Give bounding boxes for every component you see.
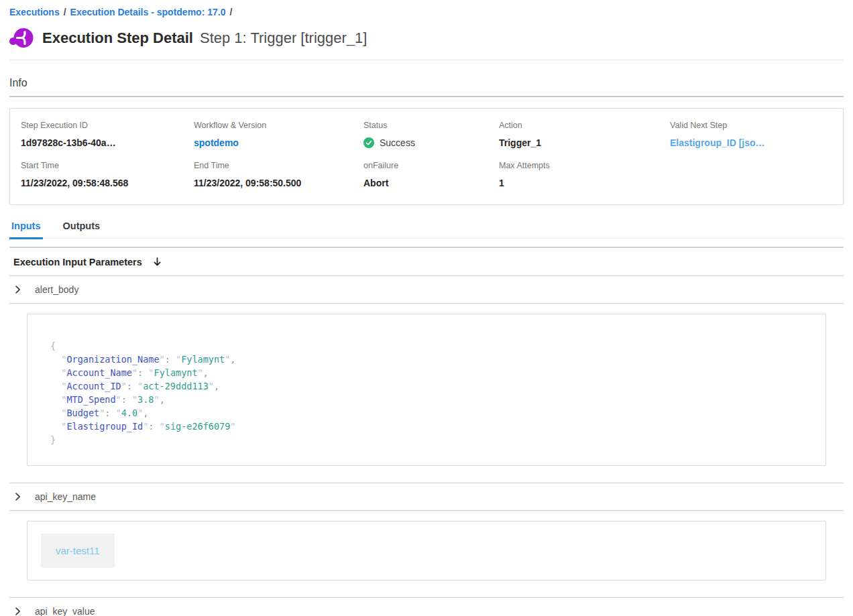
page-header: Execution Step Detail Step 1: Trigger [t… <box>9 27 844 50</box>
param-section-content: var-test11 <box>9 511 844 597</box>
breadcrumb-link-1[interactable]: Executions <box>9 7 60 17</box>
info-field-label: Valid Next Step <box>670 121 832 131</box>
param-section-name: api_key_value <box>35 606 95 616</box>
param-section-name: api_key_name <box>35 491 96 502</box>
info-field-value: 11/23/2022, 09:58:50.500 <box>194 177 363 189</box>
info-field-value: Abort <box>363 177 499 189</box>
json-viewer: { "Organization_Name": "Fylamynt", "Acco… <box>50 339 803 446</box>
tab-outputs[interactable]: Outputs <box>61 219 103 239</box>
info-field-action: ActionTrigger_1 <box>499 121 670 149</box>
divider <box>9 60 844 60</box>
info-field-value: 1 <box>499 177 670 189</box>
chevron-right-icon <box>13 285 22 294</box>
execution-input-parameters-header: Execution Input Parameters <box>9 248 844 276</box>
info-field-step-execution-id: Step Execution ID1d97828c-13b6-40a… <box>21 121 194 149</box>
execution-step-detail-page: Executions/Execution Details - spotdemo:… <box>0 0 853 616</box>
info-field-valid-next-step: Valid Next StepElastigroup_ID [jso… <box>670 121 832 149</box>
info-field-workflow-version: Workflow & Versionspotdemo <box>194 121 363 149</box>
page-title: Execution Step Detail <box>42 29 193 47</box>
info-field-value: 11/23/2022, 09:58:48.568 <box>21 177 194 189</box>
info-field-value[interactable]: Elastigroup_ID [jso… <box>670 137 832 149</box>
execution-input-parameters-label: Execution Input Parameters <box>13 257 142 267</box>
status-text: Success <box>380 137 415 149</box>
info-field-value: 1d97828c-13b6-40a… <box>21 137 194 149</box>
info-field-label: Status <box>363 121 499 131</box>
tab-inputs[interactable]: Inputs <box>9 219 43 239</box>
info-card: Step Execution ID1d97828c-13b6-40a…Workf… <box>9 108 844 205</box>
info-field-label: Step Execution ID <box>21 121 194 131</box>
info-field-status: StatusSuccess <box>363 121 499 149</box>
info-field-label: onFailure <box>363 161 499 171</box>
tab-bar: InputsOutputs <box>9 219 844 239</box>
param-section-api_key_name[interactable]: api_key_name <box>9 483 844 511</box>
info-field-label: Action <box>499 121 670 131</box>
info-field-label: Start Time <box>21 161 194 171</box>
info-section-heading: Info <box>9 77 844 89</box>
chevron-right-icon <box>13 607 22 616</box>
breadcrumb-separator: / <box>229 7 232 17</box>
info-field-start-time: Start Time11/23/2022, 09:58:48.568 <box>21 161 194 189</box>
success-check-icon <box>363 137 374 148</box>
info-field-value[interactable]: spotdemo <box>194 137 363 149</box>
param-section-api_key_value[interactable]: api_key_value <box>9 598 844 616</box>
info-field-label: End Time <box>194 161 363 171</box>
info-field-end-time: End Time11/23/2022, 09:58:50.500 <box>194 161 363 189</box>
breadcrumb-separator: / <box>64 7 66 17</box>
info-field-value: Trigger_1 <box>499 137 670 149</box>
info-field-max-attempts: Max Attempts1 <box>499 161 670 189</box>
json-viewer-box: { "Organization_Name": "Fylamynt", "Acco… <box>27 314 826 466</box>
info-field-label: Max Attempts <box>499 161 670 171</box>
page-subtitle: Step 1: Trigger [trigger_1] <box>200 29 367 47</box>
value-box: var-test11 <box>27 521 826 580</box>
param-sections: alert_body{ "Organization_Name": "Fylamy… <box>9 276 844 616</box>
divider <box>9 96 844 97</box>
fylamynt-logo-icon <box>9 27 34 50</box>
breadcrumb-link-2[interactable]: Execution Details - spotdemo: 17.0 <box>70 7 226 17</box>
info-field-label: Workflow & Version <box>194 121 363 131</box>
breadcrumb: Executions/Execution Details - spotdemo:… <box>9 0 844 18</box>
info-field-onfailure: onFailureAbort <box>363 161 499 189</box>
param-section-alert_body[interactable]: alert_body <box>9 276 844 304</box>
param-section-content: { "Organization_Name": "Fylamynt", "Acco… <box>9 304 844 483</box>
info-field-value: Success <box>363 137 499 149</box>
param-section-name: alert_body <box>35 284 78 295</box>
chevron-right-icon <box>13 492 22 501</box>
arrow-down-icon[interactable] <box>152 256 162 267</box>
value-chip: var-test11 <box>41 534 115 568</box>
